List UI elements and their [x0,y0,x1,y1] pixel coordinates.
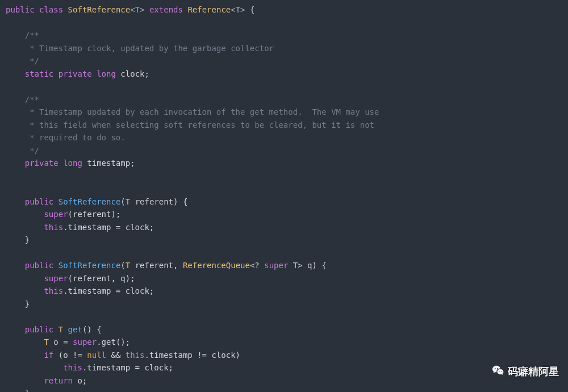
comment: */ [25,56,39,65]
call: (referent); [68,210,121,219]
comment: * Timestamp updated by each invocation o… [25,107,379,116]
brace: { [245,5,255,14]
field-name: clock [120,69,144,78]
keyword-this: this [44,286,63,295]
keyword-super: super [264,261,288,270]
return-type: T [59,325,63,334]
param-type: T [126,197,130,206]
method-name: get [68,325,82,334]
generic: T> [288,261,302,270]
code-viewer: public class SoftReference<T> extends Re… [0,0,568,392]
sig-end: () { [82,325,102,334]
keyword-public: public [25,197,54,206]
comment: * required to do so. [25,133,126,142]
keyword-long: long [63,159,82,168]
param-type: ReferenceQueue [183,261,250,270]
assign: o = [49,337,73,347]
comment: */ [25,146,39,155]
field-name: timestamp [87,159,130,168]
expr: o; [73,376,87,385]
keyword-private: private [59,69,92,78]
keyword-public: public [6,5,35,14]
semicolon: ; [130,159,135,168]
constructor-name: SoftReference [59,197,121,206]
paren: ( [120,197,125,206]
assign: .timestamp = clock; [82,363,173,372]
expr: && [106,351,126,360]
classname: SoftReference [68,5,131,14]
call: (referent, q); [68,274,135,283]
keyword-return: return [44,376,73,385]
keyword-public: public [25,261,54,270]
keyword-super: super [44,210,68,219]
brace: } [25,299,30,308]
var-type: T [44,337,48,347]
super-generic: <T> [231,5,245,14]
param-type: T [126,261,130,270]
param-name: referent [135,197,173,206]
keyword-super: super [44,274,68,283]
comment: * this field when selecting soft referen… [25,120,374,130]
brace: } [25,389,30,392]
brace: } [25,235,30,244]
generic: <? [250,261,264,270]
constructor-name: SoftReference [59,261,121,270]
comma: , [173,261,183,270]
comment: /** [25,95,39,104]
keyword-private: private [25,159,59,168]
comment: /** [25,31,39,40]
keyword-if: if [44,351,53,360]
comment: * Timestamp clock, updated by the garbag… [25,44,274,53]
keyword-extends: extends [149,5,183,14]
paren: ( [120,261,125,270]
semicolon: ; [145,69,149,78]
keyword-public: public [25,325,54,334]
generic: <T> [130,5,144,14]
keyword-class: class [39,5,63,14]
expr: .timestamp != clock) [144,351,240,360]
param-name: q [303,261,312,270]
param-name: referent [135,261,173,270]
call: .get(); [97,337,130,347]
keyword-static: static [25,69,54,78]
literal-null: null [87,351,106,360]
keyword-long: long [97,69,116,78]
keyword-super: super [73,337,97,347]
keyword-this: this [126,351,145,360]
assign: .timestamp = clock; [63,223,154,232]
keyword-this: this [63,363,82,372]
paren: ) { [173,197,187,206]
keyword-this: this [44,223,63,232]
assign: .timestamp = clock; [63,286,154,295]
paren: ) { [312,261,327,270]
expr: (o != [53,351,87,360]
superclass: Reference [187,5,231,14]
